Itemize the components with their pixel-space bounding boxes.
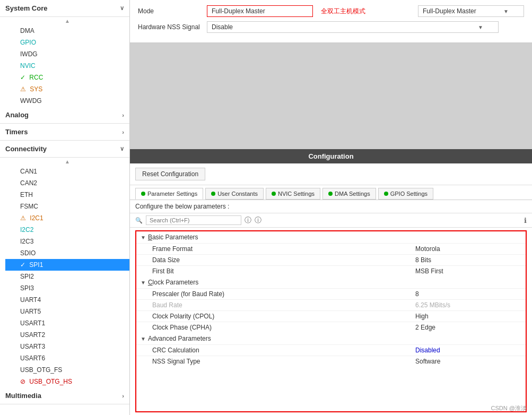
info-icon-right[interactable]: ℹ bbox=[524, 217, 527, 224]
spi1-check-icon: ✓ bbox=[20, 261, 25, 269]
sidebar-item-spi2[interactable]: SPI2 bbox=[5, 271, 129, 282]
data-size-name: Data Size bbox=[152, 256, 415, 264]
baud-rate-name: Baud Rate bbox=[152, 301, 415, 309]
tab-nvic-settings[interactable]: NVIC Settings bbox=[266, 188, 320, 200]
advanced-collapse-icon: ▼ bbox=[141, 336, 146, 342]
sidebar-item-wwdg[interactable]: WWDG bbox=[5, 95, 129, 107]
nss-dropdown-arrow: ▼ bbox=[478, 24, 483, 30]
sidebar-section-timers[interactable]: Timers › bbox=[0, 124, 129, 141]
clock-params-section[interactable]: ▼ Clock Parameters bbox=[136, 276, 526, 288]
nss-label: Hardware NSS Signal bbox=[138, 23, 207, 31]
sidebar-section-connectivity[interactable]: Connectivity ∨ bbox=[0, 141, 129, 158]
info-icon-1[interactable]: ⓘ bbox=[245, 215, 251, 225]
rcc-check-icon: ✓ bbox=[20, 74, 25, 81]
first-bit-name: First Bit bbox=[152, 267, 415, 275]
mode-dropdown[interactable]: Full-Duplex Master ▼ bbox=[418, 5, 524, 17]
tab-user-constants[interactable]: User Constants bbox=[205, 188, 264, 200]
sys-warning-icon: ⚠ bbox=[20, 85, 26, 93]
param-row-crc: CRC Calculation Disabled bbox=[136, 344, 526, 356]
sidebar-item-nvic[interactable]: NVIC bbox=[5, 60, 129, 72]
sidebar-item-sys[interactable]: ⚠ SYS bbox=[5, 83, 129, 95]
basic-collapse-icon: ▼ bbox=[141, 235, 146, 240]
analog-label: Analog bbox=[5, 111, 29, 119]
sidebar-item-fsmc[interactable]: FSMC bbox=[5, 201, 129, 212]
tab-gpio-settings[interactable]: GPIO Settings bbox=[378, 188, 433, 200]
conn-scroll-up: ▲ bbox=[5, 158, 129, 166]
baud-rate-value: 6.25 MBits/s bbox=[415, 301, 521, 309]
sidebar-item-usart3[interactable]: USART3 bbox=[5, 341, 129, 352]
data-size-value: 8 Bits bbox=[415, 256, 521, 264]
sidebar-item-sdio[interactable]: SDIO bbox=[5, 247, 129, 259]
connectivity-label: Connectivity bbox=[5, 145, 47, 153]
multimedia-chevron: › bbox=[122, 393, 124, 399]
crc-name: CRC Calculation bbox=[152, 347, 415, 354]
sidebar-section-analog[interactable]: Analog › bbox=[0, 107, 129, 124]
sidebar-item-usart1[interactable]: USART1 bbox=[5, 317, 129, 329]
sidebar-item-spi1[interactable]: ✓ SPI1 bbox=[5, 259, 129, 271]
tab-parameter-settings[interactable]: Parameter Settings bbox=[135, 188, 203, 200]
tab-dma-settings[interactable]: DMA Settings bbox=[322, 188, 376, 200]
sidebar-item-i2c2[interactable]: I2C2 bbox=[5, 224, 129, 236]
reset-configuration-button[interactable]: Reset Configuration bbox=[135, 168, 205, 180]
nss-signal-name: NSS Signal Type bbox=[152, 358, 415, 365]
params-list: ▼ Basic Parameters Frame Format Motorola… bbox=[135, 230, 527, 412]
tab-param-label: Parameter Settings bbox=[147, 191, 197, 197]
search-input[interactable] bbox=[146, 215, 241, 225]
timers-chevron: › bbox=[122, 129, 124, 135]
param-row-first-bit: First Bit MSB First bbox=[136, 265, 526, 276]
system-core-items: ▲ DMA GPIO IWDG NVIC ✓ RCC ⚠ SYS WWDG bbox=[0, 17, 129, 107]
nss-dropdown[interactable]: Disable ▼ bbox=[207, 21, 499, 33]
sidebar-section-system-core[interactable]: System Core ∨ bbox=[0, 0, 129, 17]
config-panel: Configuration Reset Configuration Parame… bbox=[130, 149, 532, 415]
sidebar-item-i2c3[interactable]: I2C3 bbox=[5, 236, 129, 247]
search-bar: 🔍 ⓘ ⓘ ℹ bbox=[130, 213, 532, 228]
chip-map-area bbox=[130, 43, 532, 149]
frame-format-value: Motorola bbox=[415, 245, 521, 253]
main-area: Mode Full-Duplex Master 全双工主机模式 Full-Dup… bbox=[130, 0, 532, 415]
mode-hint: 全双工主机模式 bbox=[321, 7, 365, 16]
i2c1-warning-icon: ⚠ bbox=[20, 214, 26, 222]
sidebar-item-usart2[interactable]: USART2 bbox=[5, 329, 129, 341]
mode-label: Mode bbox=[138, 7, 207, 15]
tab-dot-dma bbox=[328, 192, 333, 196]
sidebar-item-usb-otg-fs[interactable]: USB_OTG_FS bbox=[5, 364, 129, 376]
config-tabs: Parameter Settings User Constants NVIC S… bbox=[130, 185, 532, 200]
tab-dma-label: DMA Settings bbox=[335, 191, 370, 197]
system-core-chevron: ∨ bbox=[120, 5, 124, 12]
param-row-cpha: Clock Phase (CPHA) 2 Edge bbox=[136, 322, 526, 333]
sidebar-item-eth[interactable]: ETH bbox=[5, 189, 129, 201]
config-panel-header: Configuration bbox=[130, 149, 532, 163]
sidebar-item-can1[interactable]: CAN1 bbox=[5, 166, 129, 177]
advanced-params-title: Advanced Parameters bbox=[148, 335, 211, 342]
sidebar-item-can2[interactable]: CAN2 bbox=[5, 177, 129, 189]
nss-signal-value: Software bbox=[415, 358, 521, 365]
system-core-label: System Core bbox=[5, 4, 47, 12]
tab-user-label: User Constants bbox=[217, 191, 258, 197]
tab-nvic-label: NVIC Settings bbox=[278, 191, 315, 197]
sidebar-item-spi3[interactable]: SPI3 bbox=[5, 282, 129, 294]
config-toolbar: Reset Configuration bbox=[130, 163, 532, 185]
nss-dropdown-value: Disable bbox=[212, 23, 233, 31]
tab-dot-gpio bbox=[384, 192, 388, 196]
sidebar-section-multimedia[interactable]: Multimedia › bbox=[0, 387, 129, 404]
sidebar-item-usb-otg-hs[interactable]: ⊘ USB_OTG_HS bbox=[5, 376, 129, 387]
sidebar-item-i2c1[interactable]: ⚠ I2C1 bbox=[5, 212, 129, 224]
sidebar-item-rcc[interactable]: ✓ RCC bbox=[5, 72, 129, 83]
sidebar: System Core ∨ ▲ DMA GPIO IWDG NVIC ✓ RCC… bbox=[0, 0, 130, 415]
prescaler-name: Prescaler (for Baud Rate) bbox=[152, 290, 415, 298]
param-row-prescaler: Prescaler (for Baud Rate) 8 bbox=[136, 288, 526, 299]
sidebar-item-gpio[interactable]: GPIO bbox=[5, 37, 129, 48]
basic-params-section[interactable]: ▼ Basic Parameters bbox=[136, 231, 526, 243]
nss-row: Hardware NSS Signal Disable ▼ bbox=[138, 21, 524, 33]
cpha-name: Clock Phase (CPHA) bbox=[152, 324, 415, 331]
sidebar-item-dma[interactable]: DMA bbox=[5, 25, 129, 37]
tab-dot-user bbox=[211, 192, 215, 196]
sidebar-item-uart4[interactable]: UART4 bbox=[5, 294, 129, 306]
info-icon-2[interactable]: ⓘ bbox=[255, 215, 261, 225]
sidebar-item-usart6[interactable]: USART6 bbox=[5, 352, 129, 364]
search-icon: 🔍 bbox=[135, 217, 143, 224]
clock-params-title: Clock Parameters bbox=[148, 279, 198, 286]
sidebar-item-uart5[interactable]: UART5 bbox=[5, 306, 129, 317]
advanced-params-section[interactable]: ▼ Advanced Parameters bbox=[136, 333, 526, 344]
sidebar-item-iwdg[interactable]: IWDG bbox=[5, 48, 129, 60]
